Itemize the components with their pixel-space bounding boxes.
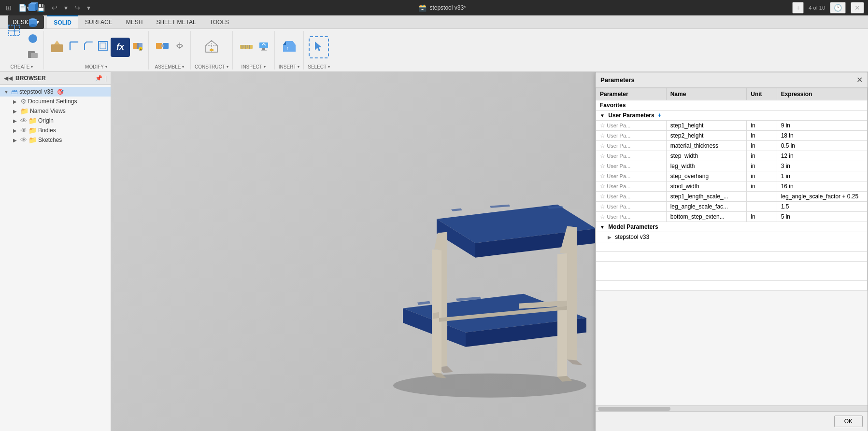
- tree-item-sketches[interactable]: ▶ 👁 📁 Sketches: [0, 135, 111, 145]
- name-2[interactable]: material_thickness: [666, 141, 747, 151]
- measure-button[interactable]: [237, 38, 256, 57]
- tree-item-named-views[interactable]: ▶ 📁 Named Views: [0, 106, 111, 116]
- param-row-stool-width[interactable]: ☆ User Pa... stool_width in 16 in: [596, 181, 868, 192]
- name-9[interactable]: bottom_step_exten...: [666, 212, 747, 222]
- param-row-step-width[interactable]: ☆ User Pa... step_width in 12 in: [596, 151, 868, 161]
- tab-tools[interactable]: TOOLS: [203, 15, 236, 28]
- unit-5: in: [747, 171, 777, 181]
- param-row-step1-length-scale[interactable]: ☆ User Pa... step1_length_scale_... leg_…: [596, 192, 868, 202]
- expr-7[interactable]: leg_angle_scale_factor + 0.25: [777, 192, 867, 202]
- user-params-section-row[interactable]: ▼ User Parameters +: [596, 111, 868, 121]
- joint-button[interactable]: [153, 38, 172, 57]
- titlebar: ⊞ 📄▾ 💾 ↩ ▾ ↪ ▾ 🗃️ stepstool v33* + 4 of …: [0, 0, 868, 15]
- expr-3[interactable]: 12 in: [777, 151, 867, 161]
- fx-button[interactable]: fx: [111, 38, 130, 57]
- add-param-button[interactable]: +: [658, 112, 661, 119]
- param-row-step2-height[interactable]: ☆ User Pa... step2_height in 18 in: [596, 131, 868, 141]
- close-button[interactable]: ✕: [851, 2, 864, 14]
- param-row-step-overhang[interactable]: ☆ User Pa... step_overhang in 1 in: [596, 171, 868, 181]
- expr-0[interactable]: 9 in: [777, 121, 867, 131]
- combine-button[interactable]: ★: [131, 40, 144, 55]
- chamfer-button[interactable]: [82, 40, 95, 55]
- expr-5[interactable]: 1 in: [777, 171, 867, 181]
- redo-button[interactable]: ↪: [72, 3, 82, 13]
- browser-pin-button[interactable]: 📌: [95, 75, 102, 82]
- construct-button[interactable]: [199, 37, 224, 57]
- press-pull-button[interactable]: [48, 38, 66, 56]
- name-3[interactable]: step_width: [666, 151, 747, 161]
- param-row-leg-angle-scale[interactable]: ☆ User Pa... leg_angle_scale_fac... 1.5: [596, 202, 868, 212]
- name-5[interactable]: step_overhang: [666, 171, 747, 181]
- name-4[interactable]: leg_width: [666, 161, 747, 171]
- create-box-button[interactable]: [26, 0, 40, 15]
- expr-9[interactable]: 5 in: [777, 212, 867, 222]
- params-table-container[interactable]: Parameter Name Unit Expression Favorites: [596, 88, 868, 405]
- params-scroll-thumb[interactable]: [598, 407, 670, 411]
- favorite-star-6[interactable]: ☆: [600, 183, 605, 190]
- viewport[interactable]: Parameters ✕ Parameter Name Unit Express…: [111, 72, 868, 431]
- favorite-star-4[interactable]: ☆: [600, 163, 605, 169]
- expr-1[interactable]: 18 in: [777, 131, 867, 141]
- tab-surface[interactable]: SURFACE: [78, 15, 119, 28]
- tree-item-bodies[interactable]: ▶ 👁 📁 Bodies: [0, 125, 111, 135]
- tab-solid[interactable]: SOLID: [47, 15, 78, 28]
- svg-point-42: [393, 373, 586, 397]
- browser-collapse-button[interactable]: ◀◀: [4, 75, 13, 82]
- param-row-step1-height[interactable]: ☆ User Pa... step1_height in 9 in: [596, 121, 868, 131]
- params-ok-button[interactable]: OK: [834, 416, 863, 427]
- undo-button[interactable]: ↩: [50, 3, 59, 13]
- tree-item-document-settings[interactable]: ▶ ⚙ Document Settings: [0, 97, 111, 106]
- redo-dropdown[interactable]: ▾: [85, 3, 92, 13]
- user-params-chevron[interactable]: ▼: [600, 113, 605, 118]
- folder-icon-bodies: 📁: [28, 126, 37, 134]
- name-7[interactable]: step1_length_scale_...: [666, 192, 747, 202]
- tab-mesh[interactable]: MESH: [119, 15, 150, 28]
- create-more-button[interactable]: [26, 48, 40, 63]
- create-sphere-button[interactable]: [26, 32, 40, 47]
- expr-2[interactable]: 0.5 in: [777, 141, 867, 151]
- favorite-star-0[interactable]: ☆: [600, 122, 605, 129]
- expr-4[interactable]: 3 in: [777, 161, 867, 171]
- favorite-star-8[interactable]: ☆: [600, 203, 605, 210]
- create-cylinder-button[interactable]: [26, 16, 40, 31]
- undo-dropdown[interactable]: ▾: [62, 3, 70, 13]
- name-6[interactable]: stool_width: [666, 181, 747, 192]
- insert-button[interactable]: ↑: [280, 38, 299, 57]
- favorite-star-3[interactable]: ☆: [600, 153, 605, 159]
- params-close-button[interactable]: ✕: [856, 75, 863, 84]
- params-horizontal-scrollbar[interactable]: [596, 405, 868, 411]
- param-row-leg-width[interactable]: ☆ User Pa... leg_width in 3 in: [596, 161, 868, 171]
- assemble-buttons: [153, 31, 186, 63]
- shell-button[interactable]: [96, 40, 110, 55]
- ribbon: DESIGN ▾ SOLID SURFACE MESH SHEET METAL …: [0, 15, 868, 72]
- create-sketch-button[interactable]: [4, 22, 25, 42]
- display-settings-button[interactable]: [257, 40, 270, 55]
- browser-separator: |: [105, 75, 107, 82]
- favorite-star-9[interactable]: ☆: [600, 213, 605, 220]
- motion-link-button[interactable]: [173, 40, 186, 55]
- titlebar-center: 🗃️ stepstool v33*: [418, 4, 466, 12]
- param-row-bottom-step-ext[interactable]: ☆ User Pa... bottom_step_exten... in 5 i…: [596, 212, 868, 222]
- expr-8[interactable]: 1.5: [777, 202, 867, 212]
- name-8[interactable]: leg_angle_scale_fac...: [666, 202, 747, 212]
- tree-item-origin[interactable]: ▶ 👁 📁 Origin: [0, 116, 111, 125]
- favorite-star-5[interactable]: ☆: [600, 173, 605, 180]
- tree-label-bodies: Bodies: [38, 127, 56, 134]
- unit-8: [747, 202, 777, 212]
- name-1[interactable]: step2_height: [666, 131, 747, 141]
- favorite-star-7[interactable]: ☆: [600, 193, 605, 200]
- clock-button[interactable]: 🕐: [830, 2, 846, 14]
- name-0[interactable]: step1_height: [666, 121, 747, 131]
- favorite-star-1[interactable]: ☆: [600, 132, 605, 139]
- tab-sheet-metal[interactable]: SHEET METAL: [149, 15, 202, 28]
- param-row-material-thickness[interactable]: ☆ User Pa... material_thickness in 0.5 i…: [596, 141, 868, 151]
- select-button[interactable]: [309, 36, 329, 58]
- favorite-star-2[interactable]: ☆: [600, 142, 605, 149]
- param-row-model-item[interactable]: ▶ stepstool v33: [596, 232, 868, 242]
- tree-item-stepstool[interactable]: ▼ 🗃 stepstool v33 🎯: [0, 87, 111, 97]
- model-params-section-row[interactable]: ▼ Model Parameters: [596, 222, 868, 232]
- add-tab-button[interactable]: +: [792, 2, 804, 14]
- model-params-chevron[interactable]: ▼: [600, 224, 605, 230]
- fillet-button[interactable]: [67, 40, 81, 55]
- expr-6[interactable]: 16 in: [777, 181, 867, 192]
